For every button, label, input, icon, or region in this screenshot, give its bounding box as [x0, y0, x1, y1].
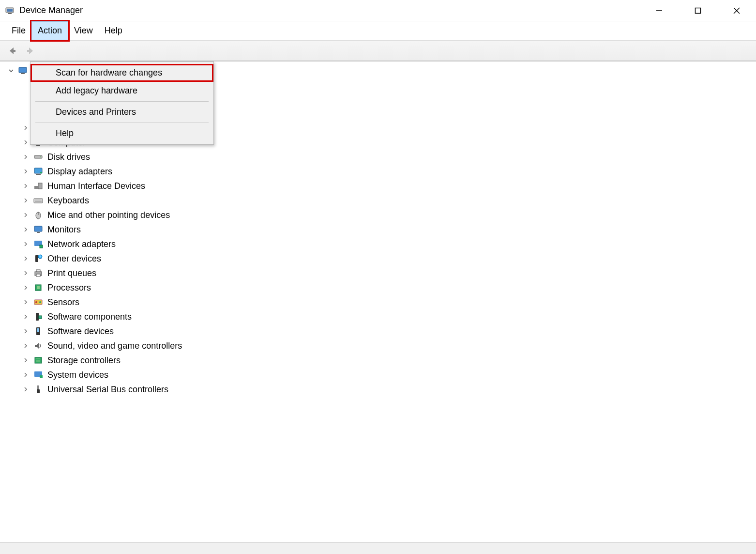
svg-rect-51	[37, 389, 40, 393]
svg-rect-46	[37, 328, 39, 332]
tree-item[interactable]: Print queues	[0, 266, 756, 280]
tree-item-label: Mice and other pointing devices	[47, 210, 170, 220]
tree-item[interactable]: Human Interface Devices	[0, 179, 756, 193]
tree-item-label: Processors	[47, 283, 91, 293]
software-device-icon	[33, 326, 44, 337]
chevron-right-icon[interactable]	[22, 124, 29, 131]
chevron-right-icon[interactable]	[22, 328, 29, 335]
back-button[interactable]	[5, 44, 19, 58]
tree-item[interactable]: Network adapters	[0, 237, 756, 251]
tree-item[interactable]: Universal Serial Bus controllers	[0, 382, 756, 397]
chevron-right-icon[interactable]	[22, 139, 29, 146]
chevron-right-icon[interactable]	[22, 270, 29, 277]
menu-view[interactable]: View	[68, 21, 99, 40]
chevron-right-icon[interactable]	[22, 183, 29, 189]
svg-rect-49	[40, 375, 43, 378]
menu-devices-printers[interactable]: Devices and Printers	[30, 103, 213, 121]
svg-rect-19	[36, 174, 41, 175]
tree-item-label: Network adapters	[47, 239, 116, 249]
chevron-right-icon[interactable]	[22, 226, 29, 233]
tree-item-label: Universal Serial Bus controllers	[47, 385, 168, 395]
tree-item[interactable]: Monitors	[0, 222, 756, 237]
menu-scan-hardware[interactable]: Scan for hardware changes	[30, 64, 213, 82]
tree-item[interactable]: Display adapters	[0, 164, 756, 179]
tree-item[interactable]: Software components	[0, 309, 756, 324]
close-button[interactable]	[727, 3, 746, 18]
menu-help[interactable]: Help	[99, 21, 128, 40]
svg-rect-50	[37, 385, 39, 389]
maximize-button[interactable]	[688, 3, 708, 18]
svg-rect-2	[7, 9, 13, 12]
svg-rect-32	[35, 255, 38, 262]
chevron-right-icon[interactable]	[22, 212, 29, 218]
tree-item[interactable]: Storage controllers	[0, 353, 756, 368]
svg-rect-15	[36, 145, 40, 146]
chevron-right-icon[interactable]	[22, 168, 29, 175]
titlebar: Device Manager	[0, 0, 756, 21]
statusbar	[0, 542, 756, 554]
menu-add-legacy[interactable]: Add legacy hardware	[30, 82, 213, 100]
chevron-right-icon[interactable]	[22, 357, 29, 364]
menu-action[interactable]: Action	[31, 21, 68, 40]
chevron-right-icon[interactable]	[22, 154, 29, 160]
chevron-right-icon[interactable]	[22, 386, 29, 393]
tree-item-label: Sensors	[47, 297, 79, 308]
svg-point-17	[40, 156, 41, 157]
chevron-right-icon[interactable]	[22, 255, 29, 262]
chevron-right-icon[interactable]	[22, 197, 29, 204]
tree-item-label: Other devices	[47, 254, 101, 264]
action-dropdown: Scan for hardware changes Add legacy har…	[30, 62, 214, 145]
toolbar	[0, 41, 756, 61]
tree-item[interactable]: Sensors	[0, 295, 756, 309]
svg-rect-29	[37, 232, 40, 233]
chevron-down-icon[interactable]	[8, 67, 15, 74]
tree-item[interactable]: Disk drives	[0, 150, 756, 164]
tree-item[interactable]: Sound, video and game controllers	[0, 339, 756, 353]
sensor-icon	[33, 297, 44, 308]
tree-item-label: Sound, video and game controllers	[47, 341, 182, 351]
svg-rect-23	[34, 199, 43, 203]
svg-point-41	[35, 301, 37, 303]
svg-rect-21	[34, 186, 38, 189]
tree-item[interactable]: ?Other devices	[0, 251, 756, 266]
computer-icon	[17, 65, 28, 76]
printer-icon	[33, 268, 44, 278]
mouse-icon	[33, 210, 44, 220]
chevron-right-icon[interactable]	[22, 241, 29, 247]
svg-rect-39	[37, 286, 40, 289]
menu-help-item[interactable]: Help	[30, 124, 213, 142]
svg-rect-20	[40, 172, 42, 173]
keyboard-icon	[33, 195, 44, 206]
tree-item[interactable]: Software devices	[0, 324, 756, 339]
network-icon	[33, 239, 44, 249]
chevron-right-icon[interactable]	[22, 313, 29, 320]
tree-item[interactable]: Keyboards	[0, 193, 756, 208]
tree-item-label: Monitors	[47, 225, 81, 235]
svg-rect-37	[36, 274, 40, 277]
tree-item[interactable]: System devices	[0, 368, 756, 382]
chevron-right-icon[interactable]	[22, 284, 29, 291]
svg-rect-28	[34, 226, 42, 231]
tree-item[interactable]: Processors	[0, 280, 756, 295]
tree-item[interactable]: Mice and other pointing devices	[0, 208, 756, 222]
chevron-right-icon[interactable]	[22, 371, 29, 378]
menu-separator	[35, 123, 209, 123]
tree-item-label: Software devices	[47, 326, 114, 337]
chevron-right-icon[interactable]	[22, 299, 29, 306]
svg-rect-8	[27, 50, 32, 52]
device-tree-panel: Scan for hardware changes Add legacy har…	[0, 61, 756, 554]
tree-item-label: Display adapters	[47, 167, 112, 177]
forward-button[interactable]	[23, 44, 38, 58]
monitor-icon	[33, 224, 44, 235]
software-component-icon	[33, 311, 44, 322]
chevron-right-icon[interactable]	[22, 342, 29, 349]
menubar: File Action View Help	[0, 21, 756, 41]
svg-rect-22	[38, 183, 42, 189]
tree-item-label: Storage controllers	[47, 355, 121, 366]
minimize-button[interactable]	[650, 3, 669, 18]
tree-item-label: Software components	[47, 312, 132, 322]
menu-file[interactable]: File	[6, 21, 31, 40]
tree-item-label: Human Interface Devices	[47, 181, 145, 191]
tree-item-label: Print queues	[47, 268, 96, 278]
svg-rect-9	[19, 67, 27, 73]
